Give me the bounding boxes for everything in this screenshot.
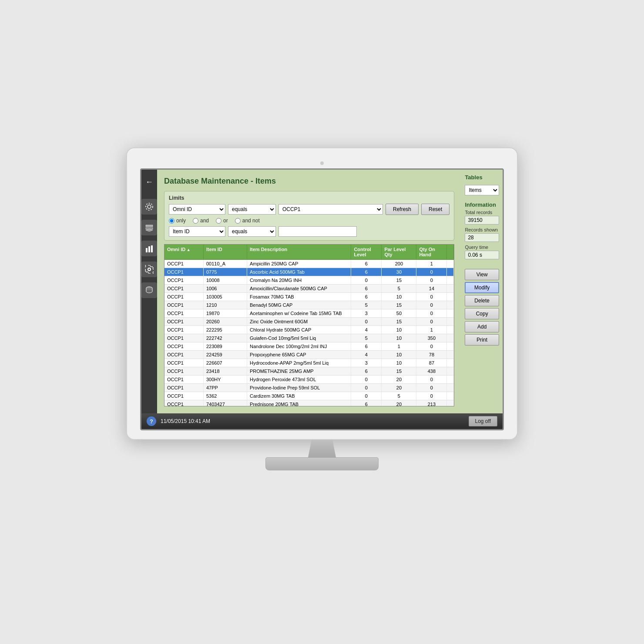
table-row[interactable]: OCCP1 20260 Zinc Oxide Ointment 60GM 0 1…: [164, 318, 454, 326]
cell-scroll: [447, 301, 454, 309]
limits-row2: only and or: [169, 218, 449, 224]
table-row[interactable]: OCCP1 0775 Ascorbic Acid 500MG Tab 6 30 …: [164, 268, 454, 276]
cell-item-id: 20260: [204, 318, 247, 325]
radio-only-label[interactable]: only: [169, 218, 186, 224]
radio-or[interactable]: [216, 218, 221, 224]
radio-and-not[interactable]: [235, 218, 241, 224]
view-button[interactable]: View: [465, 269, 499, 280]
sidebar-icon-settings[interactable]: [141, 199, 157, 215]
item-id-select[interactable]: Item ID Omni ID Description: [169, 226, 225, 237]
table-row[interactable]: OCCP1 23418 PROMETHAZINE 25MG AMP 6 15 4…: [164, 367, 454, 376]
table-row[interactable]: OCCP1 00110_A Ampicillin 250MG CAP 6 200…: [164, 260, 454, 268]
cell-omni-id: OCCP1: [164, 268, 204, 276]
delete-button[interactable]: Delete: [465, 295, 499, 306]
cell-description: Amoxicillin/Clavulanate 500MG CAP: [247, 285, 351, 292]
monitor-screen: ←: [140, 168, 504, 430]
radio-and-label[interactable]: and: [193, 218, 209, 224]
refresh-button[interactable]: Refresh: [386, 204, 419, 215]
add-button[interactable]: Add: [465, 321, 499, 332]
sidebar-icon-gear[interactable]: [141, 262, 157, 277]
copy-button[interactable]: Copy: [465, 308, 499, 319]
limits-row1: Omni ID Item ID Description equals start…: [169, 204, 449, 215]
radio-or-label[interactable]: or: [216, 218, 228, 224]
cell-control-level: 4: [351, 326, 382, 334]
cell-par-level-qty: 10: [382, 326, 416, 334]
back-button[interactable]: ←: [142, 174, 157, 190]
table-row[interactable]: OCCP1 7403427 Prednisone 20MG TAB 6 20 2…: [164, 400, 454, 406]
equals2-select[interactable]: equals starts with contains: [228, 226, 276, 237]
cell-omni-id: OCCP1: [164, 376, 204, 383]
col-scroll-header: [447, 245, 454, 259]
cell-par-level-qty: 10: [382, 334, 416, 342]
table-row[interactable]: OCCP1 224259 Propoxyphene 65MG CAP 4 10 …: [164, 351, 454, 359]
cell-description: Nandrolone Dec 100mg/2ml 2ml INJ: [247, 342, 351, 350]
value-select[interactable]: OCCP1 OCCP2 OCCP3: [278, 204, 383, 215]
cell-qty-on-hand: 1: [416, 326, 447, 334]
cell-control-level: 6: [351, 285, 382, 292]
log-off-button[interactable]: Log off: [469, 416, 497, 426]
svg-point-1: [146, 203, 153, 210]
monitor-stand-base: [265, 457, 379, 470]
col-item-id[interactable]: Item ID: [204, 245, 247, 259]
information-title: Information: [465, 201, 499, 208]
monitor-dot: [320, 161, 324, 165]
cell-control-level: 5: [351, 334, 382, 342]
cell-omni-id: OCCP1: [164, 400, 204, 406]
cell-scroll: [447, 309, 454, 317]
cell-omni-id: OCCP1: [164, 301, 204, 309]
cell-item-id: 00110_A: [204, 260, 247, 268]
omni-id-select[interactable]: Omni ID Item ID Description: [169, 204, 225, 215]
col-par-level-qty: Par Level Qty: [382, 245, 416, 259]
sidebar-icon-chart[interactable]: [141, 241, 157, 256]
table-row[interactable]: OCCP1 223089 Nandrolone Dec 100mg/2ml 2m…: [164, 342, 454, 351]
table-row[interactable]: OCCP1 5362 Cardizem 30MG TAB 0 5 0: [164, 392, 454, 400]
radio-only[interactable]: [169, 218, 174, 224]
sidebar-icon-layers[interactable]: [141, 220, 157, 235]
cell-qty-on-hand: 0: [416, 318, 447, 325]
table-row[interactable]: OCCP1 222742 Guiafen-Cod 10mg/5ml 5ml Li…: [164, 334, 454, 342]
cell-qty-on-hand: 0: [416, 276, 447, 284]
table-row[interactable]: OCCP1 226607 Hydrocodone-APAP 2mg/5ml 5m…: [164, 359, 454, 367]
cell-scroll: [447, 276, 454, 284]
cell-item-id: 7403427: [204, 400, 247, 406]
print-button[interactable]: Print: [465, 334, 499, 345]
svg-rect-7: [151, 245, 153, 252]
modify-button[interactable]: Modify: [465, 282, 499, 293]
col-description[interactable]: Item Description: [247, 245, 351, 259]
query-time-value: 0.06 s: [465, 251, 499, 259]
table-row[interactable]: OCCP1 19870 Acetaminophen w/ Codeine Tab…: [164, 309, 454, 318]
equals-select[interactable]: equals starts with contains: [228, 204, 276, 215]
cell-qty-on-hand: 0: [416, 376, 447, 383]
radio-and[interactable]: [193, 218, 198, 224]
col-qty-on-hand[interactable]: Qty On Hand: [416, 245, 447, 259]
table-row[interactable]: OCCP1 222295 Chloral Hydrate 500MG CAP 4…: [164, 326, 454, 334]
cell-par-level-qty: 5: [382, 392, 416, 400]
cell-item-id: 226607: [204, 359, 247, 367]
cell-omni-id: OCCP1: [164, 309, 204, 317]
cell-scroll: [447, 342, 454, 350]
table-row[interactable]: OCCP1 300HY Hydrogen Peroxide 473ml SOL …: [164, 376, 454, 384]
help-button[interactable]: ?: [147, 416, 156, 426]
cell-par-level-qty: 10: [382, 351, 416, 359]
reset-button[interactable]: Reset: [421, 204, 449, 215]
cell-qty-on-hand: 0: [416, 309, 447, 317]
sidebar-icon-database[interactable]: [141, 282, 157, 298]
cell-omni-id: OCCP1: [164, 276, 204, 284]
cell-control-level: 3: [351, 309, 382, 317]
datetime: 11/05/2015 10:41 AM: [161, 418, 210, 424]
table-row[interactable]: OCCP1 10008 Cromalyn Na 20MG INH 0 15 0: [164, 276, 454, 285]
status-bar: ? 11/05/2015 10:41 AM Log off: [141, 413, 503, 429]
col-omni-id[interactable]: Omni ID: [164, 245, 204, 259]
cell-omni-id: OCCP1: [164, 318, 204, 325]
cell-scroll: [447, 326, 454, 334]
table-row[interactable]: OCCP1 47PP Providone-Iodine Prep 59ml SO…: [164, 384, 454, 392]
radio-andnot-label[interactable]: and not: [235, 218, 260, 224]
monitor-stand-neck: [305, 440, 339, 457]
table-row[interactable]: OCCP1 103005 Fosamax 70MG TAB 6 10 0: [164, 293, 454, 301]
cell-scroll: [447, 334, 454, 342]
cell-omni-id: OCCP1: [164, 367, 204, 375]
filter-input[interactable]: [278, 226, 357, 237]
table-row[interactable]: OCCP1 1210 Benadyl 50MG CAP 5 15 0: [164, 301, 454, 309]
tables-select[interactable]: Items Patients Orders Users: [465, 185, 499, 195]
table-row[interactable]: OCCP1 1006 Amoxicillin/Clavulanate 500MG…: [164, 285, 454, 293]
